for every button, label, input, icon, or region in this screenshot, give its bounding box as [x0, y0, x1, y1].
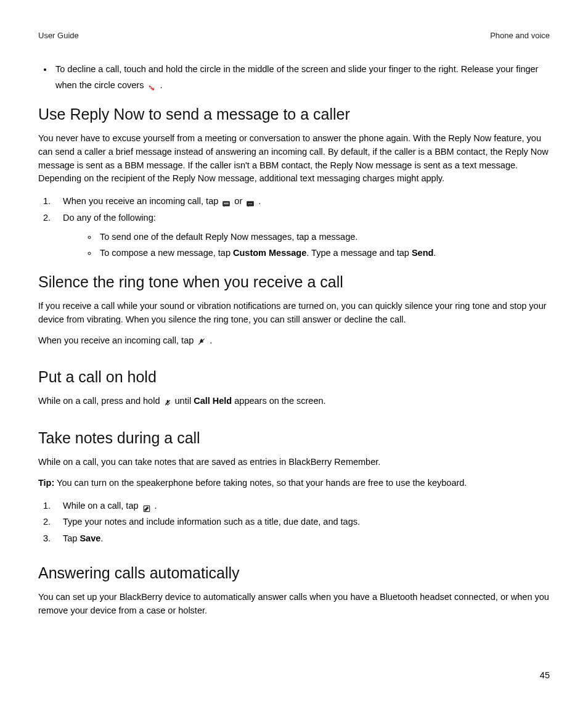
svg-point-6	[251, 203, 253, 205]
reply-now-step-2: Do any of the following: To send one of …	[53, 210, 550, 261]
reply-now-steps: When you receive an incoming call, tap o…	[38, 193, 550, 261]
decline-call-bullet: To decline a call, touch and hold the ci…	[53, 61, 550, 93]
take-notes-steps: While on a call, tap . Type your notes a…	[38, 498, 550, 547]
tip-take-notes: Tip: You can turn on the speakerphone be…	[38, 477, 550, 490]
header-right: Phone and voice	[490, 31, 550, 40]
message-icon	[222, 197, 231, 206]
line-put-hold: While on a call, press and hold until Ca…	[38, 395, 550, 408]
heading-take-notes: Take notes during a call	[38, 429, 550, 447]
reply-now-sub-2: To compose a new message, tap Custom Mes…	[97, 245, 550, 261]
reply-now-substeps: To send one of the default Reply Now mes…	[63, 229, 550, 261]
tip-text: You can turn on the speakerphone before …	[54, 478, 467, 488]
hold-pre: While on a call, press and hold	[38, 396, 163, 406]
bbm-message-icon	[246, 197, 255, 206]
step1-pre: When you receive an incoming call, tap	[63, 196, 221, 206]
notes-step-1: While on a call, tap .	[53, 498, 550, 514]
svg-point-4	[248, 203, 250, 205]
decline-text-pre: To decline a call, touch and hold the ci…	[55, 64, 538, 90]
sub2-pre: To compose a new message, tap	[100, 248, 233, 258]
call-held-bold: Call Held	[194, 396, 232, 406]
hold-post: appears on the screen.	[232, 396, 325, 406]
silence-post: .	[210, 335, 212, 345]
silence-pre: When you receive an incoming call, tap	[38, 335, 196, 345]
notes3-pre: Tap	[63, 533, 80, 543]
mute-ringtone-icon	[197, 337, 206, 345]
step2-text: Do any of the following:	[63, 213, 156, 223]
compose-note-icon	[142, 502, 151, 511]
svg-rect-2	[224, 204, 229, 205]
notes3-post: .	[100, 533, 103, 543]
send-bold: Send	[412, 248, 433, 258]
decline-text-post: .	[160, 80, 163, 90]
heading-reply-now: Use Reply Now to send a message to a cal…	[38, 105, 550, 123]
sub2-post: .	[433, 248, 436, 258]
reply-now-step-1: When you receive an incoming call, tap o…	[53, 193, 550, 210]
notes1-post: .	[155, 501, 157, 511]
reply-now-sub-1: To send one of the default Reply Now mes…	[97, 229, 550, 245]
mute-mic-icon	[164, 397, 171, 406]
tip-label: Tip:	[38, 478, 54, 488]
page-header: User Guide Phone and voice	[38, 31, 550, 40]
svg-point-5	[250, 203, 251, 205]
step1-mid: or	[234, 196, 245, 206]
notes-step-3: Tap Save.	[53, 530, 550, 547]
step1-post: .	[258, 196, 261, 206]
decline-call-icon	[147, 81, 156, 90]
para-auto-answer: You can set up your BlackBerry device to…	[38, 591, 550, 618]
page-number: 45	[540, 670, 550, 680]
para-reply-now: You never have to excuse yourself from a…	[38, 132, 550, 186]
svg-rect-1	[224, 203, 229, 203]
heading-auto-answer: Answering calls automatically	[38, 564, 550, 582]
header-left: User Guide	[38, 31, 79, 40]
heading-silence-ring: Silence the ring tone when you receive a…	[38, 273, 550, 291]
intro-bullet-list: To decline a call, touch and hold the ci…	[38, 61, 550, 93]
line-silence-ring: When you receive an incoming call, tap .	[38, 334, 550, 348]
notes1-pre: While on a call, tap	[63, 501, 141, 511]
sub2-mid: . Type a message and tap	[306, 248, 412, 258]
heading-put-hold: Put a call on hold	[38, 368, 550, 386]
save-bold: Save	[80, 533, 100, 543]
custom-message-bold: Custom Message	[233, 248, 306, 258]
para-silence-ring: If you receive a call while your sound o…	[38, 300, 550, 327]
hold-mid: until	[175, 396, 194, 406]
notes-step-2: Type your notes and include information …	[53, 514, 550, 530]
para-take-notes: While on a call, you can take notes that…	[38, 456, 550, 469]
